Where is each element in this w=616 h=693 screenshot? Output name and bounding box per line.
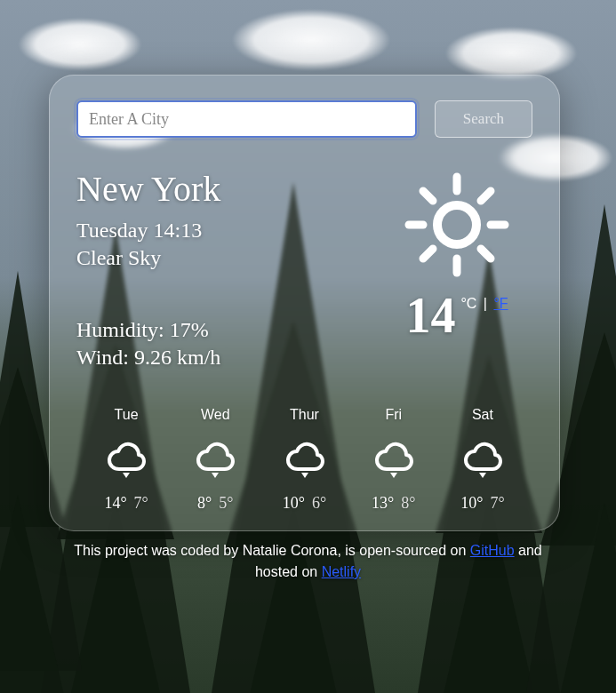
forecast-day: Thur 10° 6°: [260, 407, 348, 513]
search-button[interactable]: Search: [435, 100, 532, 138]
forecast-day: Sat 10° 7°: [438, 407, 527, 513]
cloud-icon: [282, 435, 328, 485]
wind-row: Wind: 9.26 km/h: [76, 346, 381, 370]
forecast-day: Tue 14° 7°: [82, 407, 171, 513]
svg-marker-9: [123, 473, 130, 478]
netlify-link[interactable]: Netlify: [322, 564, 361, 579]
footer-text-pre: This project was coded by Natalie Corona…: [74, 543, 470, 558]
city-name: New York: [76, 168, 381, 210]
forecast-lo: 7°: [134, 494, 148, 513]
forecast-lo: 5°: [219, 494, 233, 513]
unit-fahrenheit[interactable]: °F: [493, 296, 508, 311]
svg-point-0: [437, 205, 476, 244]
forecast-day-label: Sat: [472, 407, 493, 423]
cloud-icon: [192, 435, 238, 485]
forecast-day-label: Tue: [115, 407, 139, 423]
search-row: Search: [76, 100, 532, 138]
cloud-icon: [103, 435, 149, 485]
footer: This project was coded by Natalie Corona…: [0, 540, 616, 583]
svg-marker-10: [212, 473, 219, 478]
svg-marker-13: [479, 473, 486, 478]
forecast-hi: 10°: [460, 494, 483, 513]
current-temperature: 14: [405, 291, 455, 340]
humidity-value: 17%: [170, 318, 209, 341]
svg-line-5: [423, 191, 433, 201]
forecast-day: Fri 13° 8°: [349, 407, 438, 513]
weather-card: Search New York Tuesday 14:13 Clear Sky …: [49, 75, 560, 531]
current-datetime: Tuesday 14:13: [76, 219, 381, 243]
forecast-day-label: Wed: [201, 407, 230, 423]
city-search-input[interactable]: [76, 100, 417, 138]
github-link[interactable]: GitHub: [470, 543, 515, 558]
sun-icon: [404, 171, 510, 278]
forecast-hi: 14°: [104, 494, 126, 513]
forecast-lo: 8°: [401, 494, 415, 513]
forecast-row: Tue 14° 7° Wed 8° 5° Thur: [76, 407, 532, 513]
forecast-day-label: Thur: [290, 407, 319, 423]
humidity-row: Humidity: 17%: [76, 318, 381, 342]
svg-line-8: [423, 249, 433, 259]
forecast-hi: 10°: [283, 494, 305, 513]
cloud-icon: [371, 435, 417, 485]
unit-separator: |: [481, 296, 490, 311]
forecast-day: Wed 8° 5°: [171, 407, 260, 513]
unit-toggle: °C | °F: [460, 296, 508, 312]
svg-line-6: [481, 249, 491, 259]
current-condition: Clear Sky: [76, 246, 381, 270]
cloud-icon: [460, 435, 506, 485]
svg-marker-12: [390, 473, 397, 478]
wind-value: 9.26 km/h: [134, 346, 220, 369]
humidity-label: Humidity:: [76, 318, 164, 341]
unit-celsius[interactable]: °C: [460, 296, 476, 311]
forecast-day-label: Fri: [385, 407, 402, 423]
forecast-lo: 7°: [490, 494, 504, 513]
svg-line-7: [481, 191, 491, 201]
forecast-lo: 6°: [312, 494, 326, 513]
forecast-hi: 8°: [197, 494, 212, 513]
wind-label: Wind:: [76, 346, 129, 369]
svg-marker-11: [301, 473, 308, 478]
forecast-hi: 13°: [372, 494, 394, 513]
